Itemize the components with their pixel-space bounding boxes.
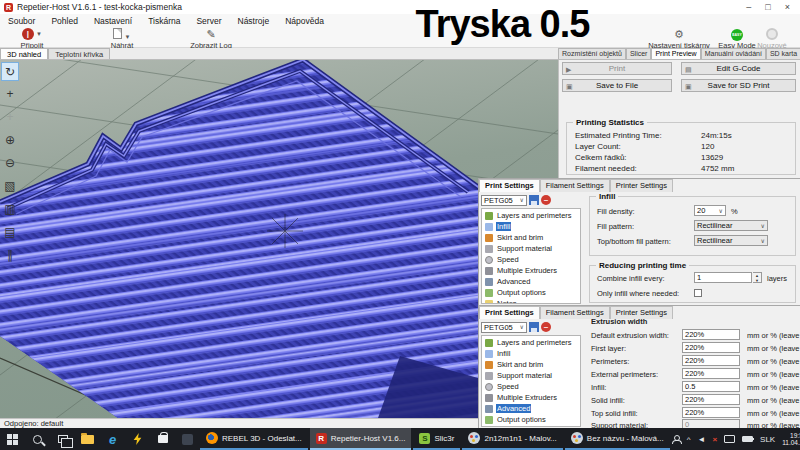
tree-item-layers[interactable]: Layers and perimeters xyxy=(482,337,580,348)
speaker-icon[interactable]: ◄ xyxy=(697,435,705,444)
tree-item-skirt[interactable]: Skirt and brim xyxy=(482,232,580,243)
3d-builder-button[interactable] xyxy=(175,428,200,450)
taskbar-firefox-window[interactable]: REBEL 3D - Odeslat... xyxy=(200,428,308,450)
zoom-out-icon[interactable]: ⊖ xyxy=(1,154,19,173)
edge-button[interactable]: e xyxy=(100,428,125,450)
tree-item-advanced[interactable]: Advanced xyxy=(482,403,580,414)
tab-filament-settings[interactable]: Filament Settings xyxy=(540,179,610,192)
tree-item-output[interactable]: Output options xyxy=(482,414,580,425)
taskbar-paint-window-1[interactable]: 2n12m1n1 - Malov... xyxy=(462,428,562,450)
move-object-icon[interactable]: + xyxy=(1,85,19,104)
connect-button[interactable]: | ▼ Připojit xyxy=(6,28,58,50)
tree-item-notes[interactable]: Notes xyxy=(482,425,580,427)
delete-profile-icon[interactable]: – xyxy=(541,195,551,205)
display-icon[interactable] xyxy=(724,435,735,443)
taskbar-repetier-window[interactable]: R Repetier-Host V1.6... xyxy=(310,428,412,450)
only-infill-checkbox[interactable] xyxy=(694,289,702,297)
isometric-view-icon[interactable]: ▧ xyxy=(1,177,19,196)
tree-item-advanced[interactable]: Advanced xyxy=(482,276,580,287)
tree-item-speed[interactable]: Speed xyxy=(482,381,580,392)
search-button[interactable] xyxy=(25,428,50,450)
top-pattern-select[interactable]: Rectilinear∨ xyxy=(694,235,768,246)
tab-object-placement[interactable]: Rozmístění objektů xyxy=(558,48,626,59)
show-log-button[interactable]: ✎ Zobrazit Log xyxy=(178,28,244,50)
tab-slicer[interactable]: Slicer xyxy=(626,48,652,59)
taskbar-paint-window-2[interactable]: Bez názvu - Malová... xyxy=(565,428,670,450)
tree-item-extruders[interactable]: Multiple Extruders xyxy=(482,392,580,403)
save-for-sd-button[interactable]: ▣ Save for SD Print xyxy=(681,79,796,92)
tree-item-layers[interactable]: Layers and perimeters xyxy=(482,210,580,221)
tab-manual-control[interactable]: Manuální ovládání xyxy=(701,48,766,59)
tab-print-settings[interactable]: Print Settings xyxy=(479,179,540,192)
ew-input[interactable]: 220% xyxy=(682,394,740,405)
antivirus-icon[interactable]: × xyxy=(712,435,717,444)
ew-input[interactable]: 220% xyxy=(682,355,740,366)
fill-density-combo[interactable]: 20∨ xyxy=(694,205,726,216)
rotate-view-icon[interactable]: ↻ xyxy=(1,62,19,81)
language-indicator[interactable]: SLK xyxy=(760,435,775,444)
clock[interactable]: 19:57 11.04.2018 xyxy=(782,432,800,447)
menu-nastaveni[interactable]: Nastavení xyxy=(94,16,132,25)
profile-select[interactable]: PETG05 ∨ xyxy=(481,195,527,206)
tab-printer-settings[interactable]: Printer Settings xyxy=(610,179,673,192)
spinner-control[interactable]: ▲▼ xyxy=(753,272,762,283)
tree-item-infill[interactable]: Infill xyxy=(482,221,580,232)
delete-profile-icon[interactable]: – xyxy=(541,322,551,332)
top-view-icon[interactable]: ▤ xyxy=(1,223,19,242)
menu-tiskarna[interactable]: Tiskárna xyxy=(148,16,180,25)
parallel-projection-icon[interactable]: ∥ xyxy=(1,246,19,265)
menu-pohled[interactable]: Pohled xyxy=(51,16,77,25)
maximize-button[interactable]: □ xyxy=(765,2,770,12)
tree-item-support[interactable]: Support material xyxy=(482,370,580,381)
menu-nastroje[interactable]: Nástroje xyxy=(238,16,270,25)
save-to-file-button[interactable]: ▣ Save to File xyxy=(562,79,672,92)
start-button[interactable] xyxy=(0,428,25,450)
store-button[interactable] xyxy=(150,428,175,450)
minimize-button[interactable]: – xyxy=(746,2,751,12)
front-view-icon[interactable]: ▥ xyxy=(1,200,19,219)
tree-item-extruders[interactable]: Multiple Extruders xyxy=(482,265,580,276)
ew-input[interactable]: 0.5 xyxy=(682,381,740,392)
save-profile-icon[interactable] xyxy=(529,195,539,205)
ew-input[interactable]: 220% xyxy=(682,329,740,340)
ew-input[interactable]: 220% xyxy=(682,368,740,379)
menu-server[interactable]: Server xyxy=(196,16,221,25)
tab-3d-view[interactable]: 3D náhled xyxy=(0,48,48,59)
load-button[interactable]: ▼ Náhrát xyxy=(96,28,148,50)
profile-select[interactable]: PETG05 ∨ xyxy=(481,322,527,333)
tab-temperature-curve[interactable]: Teplotní křivka xyxy=(48,48,110,59)
move-viewpoint-icon[interactable]: + xyxy=(1,108,19,127)
slicer-settings-panel-advanced: Print Settings Filament Settings Printer… xyxy=(478,305,800,428)
hidden-icons-caret[interactable]: ^ xyxy=(687,435,691,444)
irfanview-button[interactable] xyxy=(125,428,150,450)
ew-input[interactable]: 220% xyxy=(682,407,740,418)
menu-soubor[interactable]: Soubor xyxy=(8,16,35,25)
close-button[interactable]: × xyxy=(785,2,790,12)
tab-sd-card[interactable]: SD karta xyxy=(766,48,800,59)
printer-settings-button[interactable]: ⚙ Nastavení tiskárny xyxy=(640,28,718,50)
tree-item-skirt[interactable]: Skirt and brim xyxy=(482,359,580,370)
chevron-down-icon[interactable]: ▼ xyxy=(36,31,42,37)
tab-print-preview[interactable]: Print Preview xyxy=(651,48,700,59)
task-view-button[interactable] xyxy=(50,428,75,450)
save-profile-icon[interactable] xyxy=(529,322,539,332)
battery-icon[interactable] xyxy=(742,436,753,442)
tree-item-notes[interactable]: Notes xyxy=(482,298,580,304)
chevron-down-icon[interactable]: ▼ xyxy=(125,34,131,40)
tab-print-settings[interactable]: Print Settings xyxy=(479,306,540,319)
file-explorer-button[interactable] xyxy=(75,428,100,450)
menu-napoveda[interactable]: Nápověda xyxy=(285,16,324,25)
edit-gcode-button[interactable]: ▤ Edit G-Code xyxy=(681,62,796,75)
fill-pattern-select[interactable]: Rectilinear∨ xyxy=(694,220,768,231)
print-button[interactable]: ▶ Print xyxy=(562,62,672,75)
people-icon[interactable] xyxy=(672,435,680,444)
taskbar-slicer-window[interactable]: S Slic3r xyxy=(413,428,460,450)
3d-viewport[interactable]: ↻ + + ⊕ ⊖ ▧ ▥ ▤ ∥ xyxy=(0,60,558,418)
zoom-in-icon[interactable]: ⊕ xyxy=(1,131,19,150)
tree-item-support[interactable]: Support material xyxy=(482,243,580,254)
combine-infill-input[interactable]: 1 xyxy=(694,272,752,283)
tree-item-infill[interactable]: Infill xyxy=(482,348,580,359)
ew-input[interactable]: 220% xyxy=(682,342,740,353)
tree-item-output[interactable]: Output options xyxy=(482,287,580,298)
tree-item-speed[interactable]: Speed xyxy=(482,254,580,265)
